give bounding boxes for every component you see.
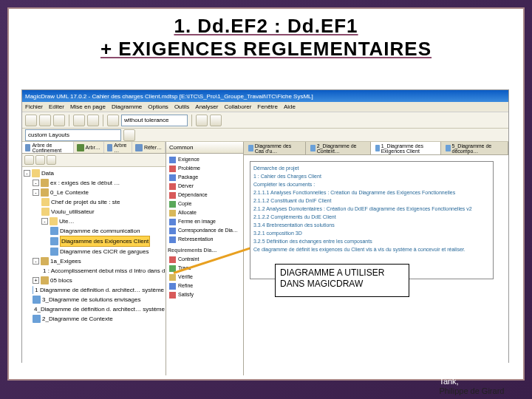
palette-item[interactable]: Copie — [168, 200, 242, 208]
toolbar-1: without tolerance — [22, 112, 508, 129]
tree-node[interactable]: 4_Diagramme de définition d. architect… … — [24, 304, 164, 314]
menu-item[interactable]: Aide — [284, 103, 296, 110]
panel-tab[interactable]: Arbre … — [104, 142, 132, 153]
tree-icon — [25, 144, 30, 151]
palette-item[interactable]: Satisfy — [168, 290, 242, 299]
palette-item[interactable]: Problème — [168, 164, 242, 173]
doc-line: 2.1.1.1 Analyses Fonctionnelles : Créati… — [253, 189, 490, 197]
tree-node[interactable]: -Ute… — [24, 216, 164, 226]
tb-layout-icon[interactable] — [123, 129, 135, 141]
window-titlebar: MagicDraw UML 17.0.2 - Cahier des charge… — [22, 90, 508, 102]
palette-item[interactable]: Allocate — [168, 208, 242, 217]
tb-btn-a[interactable] — [196, 115, 208, 126]
tree-root[interactable]: - Data — [24, 168, 164, 178]
expand-icon[interactable]: + — [33, 277, 39, 284]
tb-new-icon[interactable] — [25, 115, 37, 126]
palette-icon — [169, 166, 176, 172]
tree-node[interactable]: Diagramme de communication — [24, 226, 164, 236]
palette-item[interactable]: Rebresentation — [168, 235, 242, 244]
palette-icon — [169, 210, 176, 216]
tree-node[interactable]: -1a_Exigees — [24, 256, 164, 266]
palette-item[interactable]: Correspondance de Dia… — [168, 226, 242, 235]
expand-icon[interactable]: - — [33, 180, 39, 186]
menu-item[interactable]: Fenêtre — [257, 103, 278, 110]
tree-node[interactable]: 1 : Accomplissement debut miss d Intro d… — [24, 266, 164, 276]
tree-node[interactable]: +05 blocs — [24, 276, 164, 285]
pkg-icon — [41, 276, 49, 284]
tb-open-icon[interactable] — [39, 115, 51, 126]
pkg-icon — [41, 179, 49, 187]
palette-item[interactable]: Exigence — [168, 155, 242, 164]
app-screenshot: MagicDraw UML 17.0.2 - Cahier des charge… — [21, 89, 509, 363]
palette-icon — [169, 157, 176, 163]
diag-icon — [50, 227, 58, 235]
menu-item[interactable]: Diagramme — [112, 103, 142, 110]
containment-tree[interactable]: - Data -ex : exiges des le début …-0_Le … — [22, 167, 166, 375]
menu-item[interactable]: Outils — [174, 103, 189, 110]
doc-line: Compléter les documents : — [253, 181, 490, 188]
tree-node[interactable]: -0_Le Contexte — [24, 188, 164, 197]
tree-node[interactable]: Voulu_utilisateur — [24, 207, 164, 216]
doc-line: 2.1.2.2 Compléments du DdE Client — [253, 214, 490, 221]
menu-item[interactable]: Collaborer — [224, 103, 251, 110]
tree-btn-icon[interactable] — [35, 155, 45, 165]
tree-node[interactable]: Chef de projet du site : ste — [24, 197, 164, 207]
panel-tab[interactable]: Réfer… — [132, 142, 166, 153]
palette-icon — [169, 183, 176, 190]
expand-icon[interactable]: - — [33, 258, 39, 265]
palette-item[interactable]: Ferme en image — [168, 217, 242, 226]
palette-icon — [169, 292, 176, 299]
tree-node[interactable]: -ex : exiges des le début … — [24, 178, 164, 188]
palette-icon — [169, 236, 176, 243]
panel-tab[interactable]: Arbre de Confinement — [22, 142, 74, 153]
diag-icon — [50, 248, 58, 256]
title-line-1: 1. Dd.EF2 : Dd.EF1 — [24, 15, 508, 38]
panel-tab[interactable]: Arbr… — [74, 142, 104, 153]
doc-tab[interactable]: 1_Diagramme des Exigences Client — [371, 142, 441, 154]
title-line-2: + EXIGENCES REGLEMENTAIRES — [24, 38, 508, 61]
slide: 1. Dd.EF2 : Dd.EF1 + EXIGENCES REGLEMENT… — [7, 7, 525, 381]
diagram-icon — [446, 145, 451, 151]
palette-item[interactable]: Dérver — [168, 182, 242, 191]
doc-tab[interactable]: 5_Diagramme de décompo… — [441, 142, 508, 154]
menu-item[interactable]: Options — [148, 103, 168, 110]
expand-icon[interactable]: - — [33, 189, 39, 196]
tree-node[interactable]: Diagramme des CICR de gargues — [24, 247, 164, 256]
palette-icon — [169, 228, 176, 234]
menu-item[interactable]: Editer — [49, 103, 64, 110]
folder-icon — [50, 217, 58, 225]
palette-item[interactable]: Dépendance — [168, 191, 242, 200]
menu-item[interactable]: Mise en page — [70, 103, 106, 110]
tb-btn-b[interactable] — [210, 115, 222, 126]
tree-btn-icon[interactable] — [24, 155, 34, 165]
doc-tab[interactable]: 2_Diagramme de Context… — [306, 142, 371, 154]
palette-item[interactable]: Package — [168, 173, 242, 182]
palette-icon — [169, 283, 176, 290]
diagram-icon — [375, 145, 380, 151]
menu-item[interactable]: Analyser — [195, 103, 218, 110]
tb-zoom-icon[interactable] — [107, 115, 119, 126]
tree-node[interactable]: 3_Diagramme de solutions envisages — [24, 295, 164, 304]
palette-icon — [169, 201, 176, 208]
doc-line: 3.2.1 composition 3D — [253, 230, 490, 237]
expand-icon[interactable]: - — [24, 170, 30, 177]
inh-icon — [77, 144, 84, 151]
tree-node[interactable]: Diagramme des Exigences Client — [24, 236, 164, 247]
expand-icon[interactable]: - — [41, 218, 48, 225]
tb-combo-1[interactable]: without tolerance — [121, 115, 188, 126]
doc-line: 2.1.2 Analyses Domotentaires : Création … — [253, 205, 490, 213]
tree-toolbar — [22, 154, 166, 167]
requirement-box[interactable]: Démarche de projet 1 : Cahier des Charge… — [250, 161, 494, 279]
diagram-icon — [248, 145, 253, 151]
layout-combo[interactable]: custom Layouts — [25, 129, 121, 141]
tree-node[interactable]: 2_Diagramme de Contexte — [24, 314, 164, 324]
tb-redo-icon[interactable] — [87, 115, 99, 126]
palette-item[interactable]: Refine — [168, 282, 242, 290]
palette-item[interactable]: Vérifie — [168, 273, 242, 282]
tb-save-icon[interactable] — [53, 115, 65, 126]
doc-tab[interactable]: Diagramme des Cas d'u… — [244, 142, 306, 154]
menu-item[interactable]: Fichier — [25, 103, 43, 110]
tb-undo-icon[interactable] — [73, 115, 85, 126]
tree-btn-icon[interactable] — [47, 155, 56, 165]
tree-node[interactable]: 1 Diagramme de définition d. architect… … — [24, 285, 164, 295]
